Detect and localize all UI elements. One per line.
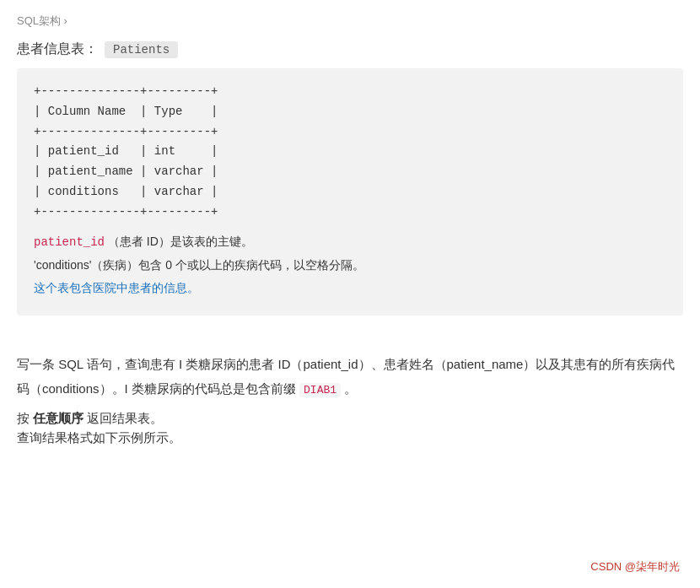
brand-text: CSDN @柒年时光 [590,560,680,573]
breadcrumb: SQL架构 › [17,8,683,29]
order-text: 按 [17,411,30,425]
question-diab1-code: DIAB1 [299,383,341,397]
schema-notes: patient_id （患者 ID）是该表的主键。 'conditions'（疾… [34,231,666,299]
order-end: 返回结果表。 [87,411,163,425]
note-line2-text: 'conditions'（疾病）包含 0 个或以上的疾病代码，以空格分隔。 [34,258,364,272]
table-name-badge: Patients [105,41,178,58]
footer-brand: CSDN @柒年时光 [590,559,680,575]
answer-format-example: 查询结果格式如下示例所示。 [17,430,683,446]
note-line1-middle: （患者 ID）是该表的主键。 [108,235,253,248]
section-label: 患者信息表： [17,40,98,58]
answer-format-order: 按 任意顺序 返回结果表。 [17,411,683,427]
note-line1: patient_id （患者 ID）是该表的主键。 [34,231,666,253]
divider [17,329,683,346]
question-section: 写一条 SQL 语句，查询患有 I 类糖尿病的患者 ID（patient_id）… [17,353,683,446]
note-patient-id-code: patient_id [34,235,105,249]
question-text2: 。 [344,381,357,396]
question-text: 写一条 SQL 语句，查询患有 I 类糖尿病的患者 ID（patient_id）… [17,353,683,401]
schema-box: +--------------+---------+ | Column Name… [17,68,683,316]
schema-table: +--------------+---------+ | Column Name… [34,82,666,223]
order-bold: 任意顺序 [33,411,83,425]
note-line3: 这个表包含医院中患者的信息。 [34,278,666,299]
section-title: 患者信息表： Patients [17,40,683,58]
breadcrumb-text: SQL架构 › [17,14,67,27]
note-line2: 'conditions'（疾病）包含 0 个或以上的疾病代码，以空格分隔。 [34,255,666,276]
format-text: 查询结果格式如下示例所示。 [17,430,181,445]
